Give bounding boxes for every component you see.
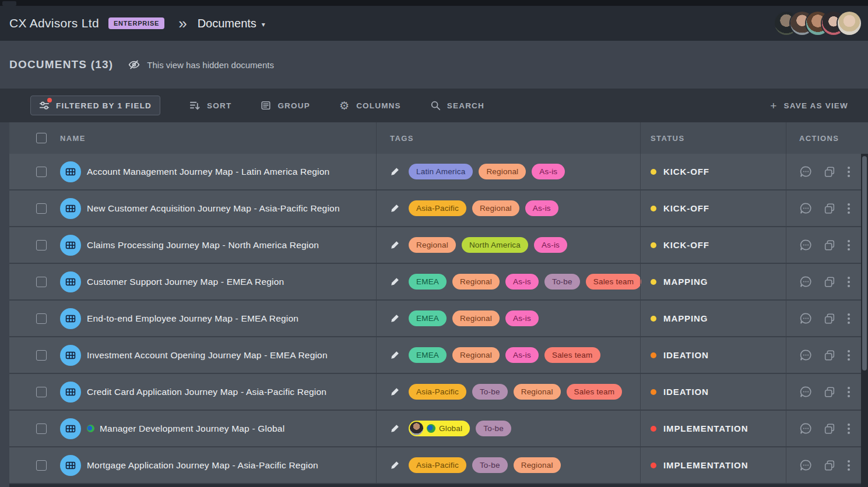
tag-pill[interactable]: Asia-Pacific [409, 384, 466, 400]
company-name[interactable]: CX Advisors Ltd [9, 16, 99, 30]
tag-pill[interactable]: Regional [514, 457, 561, 473]
tag-pill[interactable]: EMEA [409, 274, 447, 290]
duplicate-icon[interactable] [823, 386, 836, 398]
more-options-icon[interactable] [846, 312, 851, 325]
tag-pill[interactable]: Regional [479, 164, 526, 179]
duplicate-icon[interactable] [823, 276, 836, 288]
tag-pill[interactable]: As-is [534, 237, 567, 253]
tag-pill[interactable]: To-be [544, 274, 580, 290]
tag-pill[interactable]: Asia-Pacific [409, 457, 466, 473]
edit-tags-icon[interactable] [390, 167, 400, 177]
tag-pill[interactable]: To-be [472, 457, 508, 473]
table-row[interactable]: Investment Account Opening Journey Map -… [9, 337, 861, 374]
more-options-icon[interactable] [846, 459, 851, 472]
document-name[interactable]: Manager Development Journey Map - Global [100, 424, 284, 434]
row-checkbox[interactable] [36, 277, 47, 287]
columns-button[interactable]: ⚙ COLUMNS [339, 100, 401, 111]
more-options-icon[interactable] [846, 202, 851, 215]
edit-tags-icon[interactable] [390, 277, 400, 287]
tag-pill[interactable]: To-be [476, 421, 511, 436]
duplicate-icon[interactable] [823, 459, 836, 472]
tag-pill[interactable]: As-is [505, 274, 539, 290]
tag-pill[interactable]: Latin America [409, 164, 473, 179]
table-row[interactable]: Mortgage Application Journey Map - Asia-… [9, 447, 861, 484]
status-cell[interactable]: IMPLEMENTATION [640, 447, 786, 483]
status-cell[interactable]: MAPPING [640, 264, 786, 299]
status-cell[interactable]: KICK-OFF [640, 190, 786, 226]
tag-pill[interactable]: As-is [532, 164, 565, 179]
document-name[interactable]: Customer Support Journey Map - EMEA Regi… [87, 277, 284, 287]
status-cell[interactable]: KICK-OFF [640, 154, 786, 189]
row-checkbox[interactable] [36, 240, 47, 250]
more-options-icon[interactable] [846, 349, 851, 362]
edit-tags-icon[interactable] [390, 240, 400, 250]
tag-pill[interactable]: As-is [505, 347, 539, 363]
table-row[interactable]: End-to-end Employee Journey Map - EMEA R… [9, 301, 861, 337]
duplicate-icon[interactable] [823, 312, 836, 325]
edit-tags-icon[interactable] [390, 313, 400, 323]
page-dropdown[interactable]: Documents ▾ [198, 17, 265, 30]
table-row[interactable]: Account Management Journey Map - Latin A… [9, 154, 861, 190]
document-name[interactable]: Claims Processing Journey Map - North Am… [87, 240, 319, 250]
row-checkbox[interactable] [36, 350, 47, 361]
vertical-scrollbar[interactable] [861, 154, 868, 487]
status-cell[interactable]: IDEATION [640, 337, 786, 373]
duplicate-icon[interactable] [823, 349, 836, 362]
comments-icon[interactable] [799, 458, 813, 472]
document-name[interactable]: Account Management Journey Map - Latin A… [87, 167, 329, 177]
tag-pill[interactable]: As-is [505, 310, 539, 326]
filter-button[interactable]: FILTERED BY 1 FIELD [30, 96, 160, 115]
tag-pill[interactable]: North America [462, 237, 528, 253]
comments-icon[interactable] [799, 165, 813, 178]
document-name[interactable]: Mortgage Application Journey Map - Asia-… [87, 460, 318, 471]
group-button[interactable]: GROUP [261, 100, 310, 111]
document-name[interactable]: Credit Card Application Journey Map - As… [87, 387, 326, 397]
document-name[interactable]: New Customer Acquisition Journey Map - A… [87, 203, 340, 214]
user-avatar[interactable] [838, 12, 861, 35]
document-name[interactable]: End-to-end Employee Journey Map - EMEA R… [87, 313, 298, 324]
save-as-view-button[interactable]: + SAVE AS VIEW [770, 100, 848, 111]
tag-pill[interactable]: EMEA [409, 310, 447, 326]
status-cell[interactable]: IMPLEMENTATION [640, 411, 786, 446]
tag-pill[interactable]: Sales team [544, 347, 600, 363]
tag-pill[interactable]: EMEA [409, 347, 447, 363]
status-cell[interactable]: KICK-OFF [640, 227, 786, 263]
row-checkbox[interactable] [36, 203, 47, 214]
more-options-icon[interactable] [846, 386, 851, 398]
table-row[interactable]: New Customer Acquisition Journey Map - A… [9, 190, 861, 227]
tag-pill[interactable]: Regional [452, 310, 500, 326]
sort-button[interactable]: SORT [189, 100, 231, 111]
search-button[interactable]: SEARCH [430, 100, 484, 111]
tag-pill[interactable]: Regional [514, 384, 561, 400]
tag-pill[interactable]: Asia-Pacific [409, 200, 466, 216]
edit-tags-icon[interactable] [390, 424, 400, 433]
duplicate-icon[interactable] [823, 422, 836, 435]
table-row[interactable]: Claims Processing Journey Map - North Am… [9, 227, 861, 264]
tag-pill[interactable]: Sales team [586, 274, 642, 290]
tag-pill[interactable]: Regional [409, 237, 456, 253]
comments-icon[interactable] [799, 385, 813, 398]
comments-icon[interactable] [799, 422, 813, 435]
comments-icon[interactable] [799, 202, 813, 215]
row-checkbox[interactable] [36, 387, 47, 397]
row-checkbox[interactable] [36, 424, 47, 434]
tag-pill[interactable]: To-be [472, 384, 508, 400]
comments-icon[interactable] [799, 275, 813, 288]
row-checkbox[interactable] [36, 460, 47, 471]
edit-tags-icon[interactable] [390, 460, 400, 470]
tag-pill[interactable]: Regional [452, 274, 500, 290]
edit-tags-icon[interactable] [390, 350, 400, 360]
tag-pill[interactable]: Global [409, 421, 470, 436]
edit-tags-icon[interactable] [390, 203, 400, 213]
more-options-icon[interactable] [846, 239, 851, 252]
edit-tags-icon[interactable] [390, 387, 400, 397]
row-checkbox[interactable] [36, 313, 47, 324]
status-cell[interactable]: MAPPING [640, 301, 786, 336]
tag-pill[interactable]: Sales team [567, 384, 623, 400]
more-options-icon[interactable] [846, 165, 851, 178]
comments-icon[interactable] [799, 348, 813, 362]
duplicate-icon[interactable] [823, 239, 836, 252]
scrollbar-thumb[interactable] [862, 156, 867, 370]
comments-icon[interactable] [799, 238, 813, 252]
table-row[interactable]: Customer Support Journey Map - EMEA Regi… [9, 264, 861, 301]
